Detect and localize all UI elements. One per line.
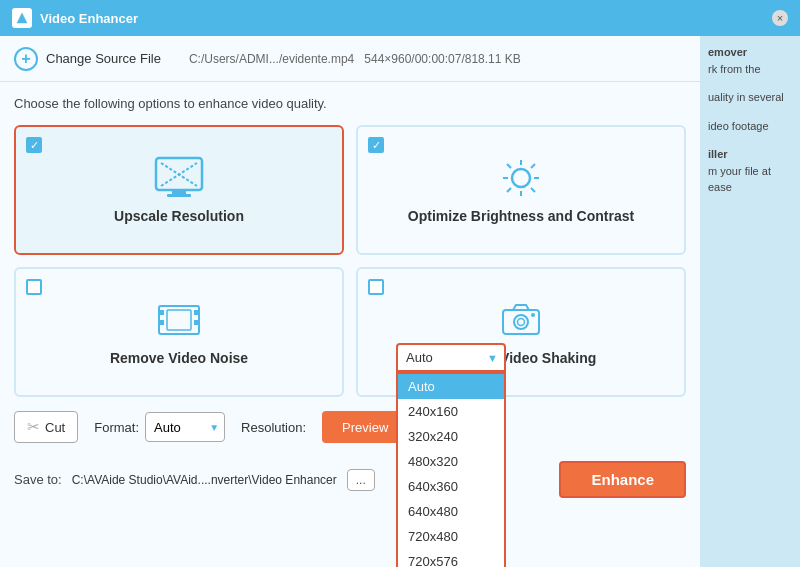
enhance-button[interactable]: Enhance (559, 461, 686, 498)
window-controls: × (772, 10, 788, 26)
option-noise-label: Remove Video Noise (110, 350, 248, 366)
option-brightness-label: Optimize Brightness and Contrast (408, 208, 634, 224)
right-panel-text-3: ideo footage (708, 118, 792, 135)
svg-rect-17 (159, 320, 164, 325)
camera-icon (499, 298, 543, 342)
format-select-wrapper: Auto ▼ (145, 412, 225, 442)
option-upscale[interactable]: Upscale Resolution (14, 125, 344, 255)
title-bar: Video Enhancer × (0, 0, 800, 36)
svg-rect-19 (194, 320, 199, 325)
svg-line-12 (531, 188, 535, 192)
option-upscale-label: Upscale Resolution (114, 208, 244, 224)
dropdown-item-320x240[interactable]: 320x240 (398, 424, 504, 449)
svg-rect-18 (194, 310, 199, 315)
svg-rect-3 (167, 194, 191, 197)
resolution-dropdown-list[interactable]: Auto 240x160 320x240 480x320 640x360 640… (396, 372, 506, 567)
close-button[interactable]: × (772, 10, 788, 26)
right-panel-title-1: emover (708, 44, 792, 61)
right-panel-section-4: iller m your file at ease (708, 146, 792, 196)
svg-point-24 (514, 315, 528, 329)
svg-rect-20 (167, 310, 191, 330)
monitor-icon (153, 156, 205, 200)
cut-button[interactable]: ✂ Cut (14, 411, 78, 443)
resolution-dropdown-input[interactable]: Auto ▼ (396, 343, 506, 372)
resolution-label: Resolution: (241, 420, 306, 435)
cut-label: Cut (45, 420, 65, 435)
svg-rect-2 (172, 190, 186, 194)
dropdown-item-640x360[interactable]: 640x360 (398, 474, 504, 499)
resolution-dropdown-arrow[interactable]: ▼ (481, 352, 504, 364)
dropdown-item-720x480[interactable]: 720x480 (398, 524, 504, 549)
right-panel-section-3: ideo footage (708, 118, 792, 135)
svg-point-25 (518, 319, 525, 326)
svg-marker-0 (17, 13, 27, 23)
save-path: C:\AVAide Studio\AVAid....nverter\Video … (72, 473, 337, 487)
svg-line-14 (507, 188, 511, 192)
app-title: Video Enhancer (40, 11, 138, 26)
right-panel: emover rk from the uality in several ide… (700, 36, 800, 567)
dropdown-item-480x320[interactable]: 480x320 (398, 449, 504, 474)
svg-line-13 (531, 164, 535, 168)
svg-point-6 (512, 169, 530, 187)
right-panel-section-1: emover rk from the (708, 44, 792, 77)
browse-button[interactable]: ... (347, 469, 375, 491)
dropdown-item-240x160[interactable]: 240x160 (398, 399, 504, 424)
source-bar: + Change Source File C:/Users/ADMI.../ev… (0, 36, 700, 82)
format-label: Format: (94, 420, 139, 435)
change-source-label: Change Source File (46, 51, 161, 66)
svg-line-11 (507, 164, 511, 168)
app-icon (12, 8, 32, 28)
scissors-icon: ✂ (27, 418, 40, 436)
save-bar: Save to: C:\AVAide Studio\AVAid....nvert… (14, 453, 686, 506)
checkbox-upscale[interactable] (26, 137, 42, 153)
dropdown-item-640x480[interactable]: 640x480 (398, 499, 504, 524)
save-label: Save to: (14, 472, 62, 487)
title-bar-left: Video Enhancer (12, 8, 138, 28)
option-noise[interactable]: Remove Video Noise (14, 267, 344, 397)
checkbox-noise[interactable] (26, 279, 42, 295)
bottom-toolbar: ✂ Cut Format: Auto ▼ Resolution: Preview (14, 411, 686, 453)
dropdown-item-auto[interactable]: Auto (398, 374, 504, 399)
filmstrip-icon (157, 298, 201, 342)
dropdown-item-720x576[interactable]: 720x576 (398, 549, 504, 567)
right-panel-text-2: uality in several (708, 89, 792, 106)
preview-label: Preview (342, 420, 388, 435)
right-panel-text-1: rk from the (708, 61, 792, 78)
right-panel-title-4: iller (708, 146, 792, 163)
plus-icon: + (14, 47, 38, 71)
brightness-icon (499, 156, 543, 200)
change-source-button[interactable]: + Change Source File (14, 47, 161, 71)
right-panel-section-2: uality in several (708, 89, 792, 106)
resolution-input-value[interactable]: Auto (398, 345, 481, 370)
svg-point-26 (531, 313, 535, 317)
source-file-path: C:/Users/ADMI.../evidente.mp4 544×960/00… (189, 52, 521, 66)
right-panel-text-4: m your file at ease (708, 163, 792, 196)
checkbox-shaking[interactable] (368, 279, 384, 295)
format-select[interactable]: Auto (145, 412, 225, 442)
resolution-group: Resolution: (241, 420, 306, 435)
options-grid: Upscale Resolution Optimize Brightness a… (14, 125, 686, 397)
option-brightness[interactable]: Optimize Brightness and Contrast (356, 125, 686, 255)
format-group: Format: Auto ▼ (94, 412, 225, 442)
svg-rect-16 (159, 310, 164, 315)
checkbox-brightness[interactable] (368, 137, 384, 153)
main-hint: Choose the following options to enhance … (14, 96, 686, 111)
